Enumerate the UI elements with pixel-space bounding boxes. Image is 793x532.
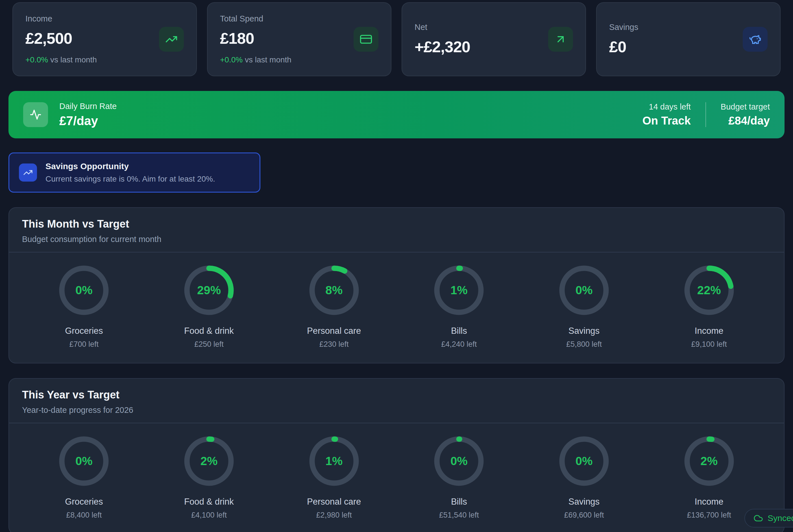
budget-dashboard: Income £2,500 +0.0% vs last month Total … bbox=[0, 0, 793, 532]
stat-delta-caption: vs last month bbox=[243, 55, 291, 64]
ring-category: Bills bbox=[451, 326, 467, 336]
stat-text: Savings £0 bbox=[609, 23, 638, 56]
budget-ring: 2% Food & drink £4,100 left bbox=[184, 436, 234, 519]
days-left-label: 14 days left bbox=[642, 102, 691, 112]
arrow-up-right-icon bbox=[548, 27, 573, 52]
stat-card: Savings £0 bbox=[596, 2, 780, 76]
section-subtitle: Budget consumption for current month bbox=[22, 235, 771, 244]
ring-category: Savings bbox=[568, 326, 600, 336]
stat-label: Savings bbox=[609, 23, 638, 32]
ring-remaining: £2,980 left bbox=[316, 511, 352, 519]
stat-label: Total Spend bbox=[220, 14, 291, 23]
stat-text: Total Spend £180 +0.0% vs last month bbox=[220, 14, 291, 64]
sync-status-label: Synced bbox=[768, 513, 793, 523]
ring-remaining: £8,400 left bbox=[66, 511, 102, 519]
ring-category: Income bbox=[695, 497, 723, 507]
budget-target-stat: Budget target £84/day bbox=[721, 102, 770, 127]
progress-ring: 0% bbox=[559, 265, 609, 315]
stat-delta-percent: +0.0% bbox=[220, 55, 243, 64]
sync-status-badge[interactable]: Synced bbox=[744, 509, 793, 528]
stat-value: £180 bbox=[220, 29, 291, 48]
ring-percent: 2% bbox=[184, 436, 234, 486]
budget-ring: 2% Income £136,700 left bbox=[684, 436, 734, 519]
budget-ring: 0% Bills £51,540 left bbox=[434, 436, 484, 519]
ring-category: Savings bbox=[568, 497, 600, 507]
savings-opportunity-description: Current savings rate is 0%. Aim for at l… bbox=[45, 174, 215, 184]
budget-ring: 0% Groceries £8,400 left bbox=[59, 436, 109, 519]
ring-category: Groceries bbox=[65, 497, 103, 507]
section-title: This Year vs Target bbox=[22, 389, 771, 401]
ring-remaining: £51,540 left bbox=[439, 511, 479, 519]
stats-row: Income £2,500 +0.0% vs last month Total … bbox=[13, 2, 780, 76]
stat-value: £0 bbox=[609, 38, 638, 56]
progress-ring: 29% bbox=[184, 265, 234, 315]
budget-ring: 1% Bills £4,240 left bbox=[434, 265, 484, 349]
progress-ring: 1% bbox=[434, 265, 484, 315]
ring-category: Groceries bbox=[65, 326, 103, 336]
stat-card: Total Spend £180 +0.0% vs last month bbox=[207, 2, 392, 76]
ring-percent: 0% bbox=[559, 436, 609, 486]
ring-percent: 0% bbox=[59, 436, 109, 486]
progress-ring: 0% bbox=[434, 436, 484, 486]
stat-text: Income £2,500 +0.0% vs last month bbox=[25, 14, 97, 64]
ring-remaining: £230 left bbox=[319, 340, 349, 349]
burn-rate-right: 14 days left On Track Budget target £84/… bbox=[642, 102, 770, 127]
progress-ring: 2% bbox=[684, 436, 734, 486]
budget-ring: 1% Personal care £2,980 left bbox=[307, 436, 361, 519]
days-left-stat: 14 days left On Track bbox=[642, 102, 691, 127]
stat-text: Net +£2,320 bbox=[415, 23, 470, 56]
progress-ring: 1% bbox=[309, 436, 359, 486]
ring-category: Personal care bbox=[307, 326, 361, 336]
burn-rate-text: Daily Burn Rate £7/day bbox=[59, 102, 117, 128]
ring-percent: 8% bbox=[309, 265, 359, 315]
budget-ring: 29% Food & drink £250 left bbox=[184, 265, 234, 349]
stat-label: Net bbox=[415, 23, 470, 32]
year-section-header: This Year vs Target Year-to-date progres… bbox=[9, 379, 784, 423]
rings-row: 0% Groceries £700 left 29% Food & drink … bbox=[9, 252, 784, 363]
budget-ring: 0% Savings £69,600 left bbox=[559, 436, 609, 519]
activity-icon bbox=[23, 102, 48, 127]
piggy-bank-icon bbox=[743, 27, 768, 52]
ring-remaining: £250 left bbox=[194, 340, 224, 349]
ring-remaining: £700 left bbox=[70, 340, 99, 349]
stat-card: Net +£2,320 bbox=[401, 2, 586, 76]
trending-up-icon bbox=[159, 27, 184, 52]
budget-ring: 0% Savings £5,800 left bbox=[559, 265, 609, 349]
progress-ring: 0% bbox=[59, 436, 109, 486]
stat-card: Income £2,500 +0.0% vs last month bbox=[13, 2, 197, 76]
budget-ring: 22% Income £9,100 left bbox=[684, 265, 734, 349]
rings-row: 0% Groceries £8,400 left 2% Food & drink… bbox=[9, 423, 784, 532]
ring-remaining: £4,100 left bbox=[191, 511, 227, 519]
ring-percent: 22% bbox=[684, 265, 734, 315]
budget-ring: 8% Personal care £230 left bbox=[307, 265, 361, 349]
progress-ring: 22% bbox=[684, 265, 734, 315]
stat-delta-percent: +0.0% bbox=[25, 55, 48, 64]
budget-target-value: £84/day bbox=[721, 114, 770, 127]
ring-percent: 0% bbox=[559, 265, 609, 315]
section-subtitle: Year-to-date progress for 2026 bbox=[22, 405, 771, 415]
banner-divider bbox=[705, 102, 706, 127]
savings-opportunity-title: Savings Opportunity bbox=[45, 162, 215, 171]
ring-category: Bills bbox=[451, 497, 467, 507]
ring-remaining: £69,600 left bbox=[564, 511, 604, 519]
stat-value: £2,500 bbox=[25, 29, 97, 48]
ring-category: Personal care bbox=[307, 497, 361, 507]
ring-remaining: £9,100 left bbox=[691, 340, 727, 349]
burn-rate-title: Daily Burn Rate bbox=[59, 102, 117, 111]
ring-percent: 1% bbox=[434, 265, 484, 315]
progress-ring: 8% bbox=[309, 265, 359, 315]
ring-percent: 0% bbox=[434, 436, 484, 486]
ring-category: Food & drink bbox=[184, 497, 234, 507]
month-section-header: This Month vs Target Budget consumption … bbox=[9, 208, 784, 252]
budget-target-label: Budget target bbox=[721, 102, 770, 112]
ring-percent: 1% bbox=[309, 436, 359, 486]
on-track-status: On Track bbox=[642, 114, 691, 127]
trending-up-icon bbox=[19, 164, 37, 182]
month-vs-target-card: This Month vs Target Budget consumption … bbox=[8, 207, 785, 363]
section-title: This Month vs Target bbox=[22, 218, 771, 230]
ring-percent: 29% bbox=[184, 265, 234, 315]
savings-opportunity-text: Savings Opportunity Current savings rate… bbox=[45, 162, 215, 184]
daily-burn-rate-banner: Daily Burn Rate £7/day 14 days left On T… bbox=[8, 91, 785, 138]
ring-remaining: £4,240 left bbox=[441, 340, 477, 349]
stat-value: +£2,320 bbox=[415, 38, 470, 56]
